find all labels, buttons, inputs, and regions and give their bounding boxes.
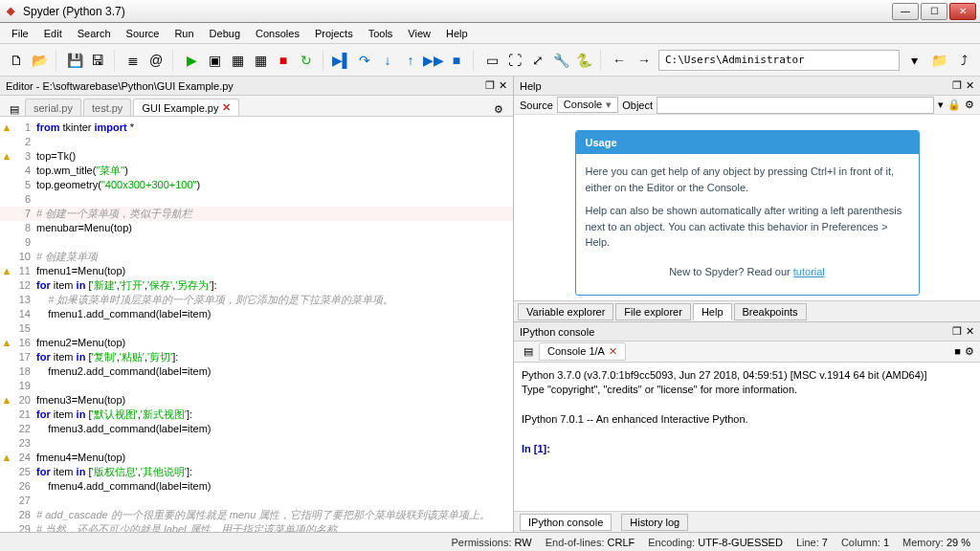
debug-play-icon[interactable]: ▶▌: [331, 50, 352, 71]
console-prompt[interactable]: In [1]:: [522, 442, 972, 456]
run-cell-advance-icon[interactable]: ▦: [250, 50, 271, 71]
step-in-icon[interactable]: ↓: [377, 50, 398, 71]
forward-icon[interactable]: →: [634, 50, 655, 71]
code-line[interactable]: 15: [0, 321, 513, 336]
close-pane-icon[interactable]: ✕: [966, 79, 974, 92]
code-line[interactable]: 7# 创建一个菜单项，类似于导航栏: [0, 207, 513, 221]
code-line[interactable]: ▲16fmenu2=Menu(top): [0, 336, 513, 350]
menu-edit[interactable]: Edit: [36, 25, 70, 42]
save-icon[interactable]: 💾: [64, 50, 85, 71]
undock-icon[interactable]: ❐: [952, 79, 962, 92]
code-line[interactable]: ▲20fmenu3=Menu(top): [0, 393, 513, 408]
menu-view[interactable]: View: [400, 25, 438, 42]
list-icon[interactable]: ≣: [122, 50, 144, 71]
stop-debug-icon[interactable]: ■: [446, 50, 467, 71]
menu-run[interactable]: Run: [167, 25, 201, 42]
file-tab[interactable]: test.py: [83, 99, 131, 116]
close-icon[interactable]: ✕: [609, 345, 617, 358]
run-icon[interactable]: ▶: [181, 50, 202, 71]
console-tab[interactable]: Console 1/A ✕: [539, 342, 626, 361]
code-line[interactable]: 9: [0, 235, 513, 250]
code-line[interactable]: 18 fmenu2.add_command(label=item): [0, 364, 513, 379]
parent-dir-icon[interactable]: ⤴: [953, 50, 974, 71]
code-line[interactable]: 13 # 如果该菜单时顶层菜单的一个菜单项，则它添加的是下拉菜单的菜单项。: [0, 293, 513, 307]
file-tab[interactable]: serial.py: [25, 99, 81, 116]
panel-tab-file-explorer[interactable]: File explorer: [615, 303, 691, 320]
code-line[interactable]: 23: [0, 436, 513, 451]
code-line[interactable]: 8menubar=Menu(top): [0, 221, 513, 235]
close-pane-icon[interactable]: ✕: [966, 325, 974, 338]
save-all-icon[interactable]: 🖫: [87, 50, 108, 71]
menu-source[interactable]: Source: [119, 25, 167, 42]
maximize-pane-icon[interactable]: ⛶: [504, 50, 525, 71]
close-pane-icon[interactable]: ✕: [499, 79, 507, 92]
console-foot-tab[interactable]: History log: [621, 514, 688, 531]
step-over-icon[interactable]: ↷: [354, 50, 375, 71]
panel-tab-variable-explorer[interactable]: Variable explorer: [518, 303, 613, 320]
object-input[interactable]: [657, 97, 934, 114]
code-line[interactable]: 2: [0, 135, 513, 149]
code-line[interactable]: 6: [0, 192, 513, 207]
file-tab[interactable]: GUI Example.py✕: [133, 99, 239, 116]
code-line[interactable]: 14 fmenu1.add_command(label=item): [0, 307, 513, 321]
code-line[interactable]: 29# 当然，还必不可少的就是 label 属性，用于指定该菜单项的名称: [0, 522, 513, 532]
menu-projects[interactable]: Projects: [307, 25, 361, 42]
restart-icon[interactable]: ↻: [296, 50, 317, 71]
window-layout-icon[interactable]: ▭: [481, 50, 502, 71]
tutorial-link[interactable]: tutorial: [793, 266, 825, 277]
panel-tab-breakpoints[interactable]: Breakpoints: [734, 303, 807, 320]
code-editor[interactable]: ▲1from tkinter import *2▲3top=Tk()4top.w…: [0, 117, 513, 532]
console-output[interactable]: Python 3.7.0 (v3.7.0:1bf9cc5093, Jun 27 …: [514, 363, 980, 511]
code-line[interactable]: ▲11fmenu1=Menu(top): [0, 264, 513, 278]
tabs-list-icon[interactable]: ▤: [6, 103, 23, 116]
step-out-icon[interactable]: ↑: [400, 50, 421, 71]
code-line[interactable]: 12for item in ['新建','打开','保存','另存为']:: [0, 278, 513, 293]
undock-icon[interactable]: ❐: [485, 79, 495, 92]
fullscreen-icon[interactable]: ⤢: [527, 50, 548, 71]
menu-file[interactable]: File: [4, 25, 36, 42]
console-options-icon[interactable]: ⚙: [965, 345, 974, 358]
console-list-icon[interactable]: ▤: [520, 342, 537, 361]
menu-consoles[interactable]: Consoles: [248, 25, 307, 42]
console-foot-tab[interactable]: IPython console: [520, 514, 612, 531]
code-line[interactable]: 22 fmenu3.add_command(label=item): [0, 422, 513, 436]
close-button[interactable]: ✕: [949, 3, 976, 20]
editor-options-icon[interactable]: ⚙: [490, 103, 507, 116]
code-line[interactable]: 21for item in ['默认视图','新式视图']:: [0, 408, 513, 422]
code-line[interactable]: 5top.geometry("400x300+300+100"): [0, 178, 513, 192]
back-icon[interactable]: ←: [609, 50, 630, 71]
at-icon[interactable]: @: [145, 50, 167, 71]
new-file-icon[interactable]: 🗋: [6, 50, 27, 71]
help-dropdown-icon[interactable]: ▾: [938, 99, 944, 111]
code-line[interactable]: 28# add_cascade 的一个很重要的属性就是 menu 属性，它指明了…: [0, 508, 513, 522]
panel-tab-help[interactable]: Help: [693, 303, 732, 320]
code-line[interactable]: 17for item in ['复制','粘贴','剪切']:: [0, 350, 513, 364]
run-cell-icon[interactable]: ▣: [204, 50, 225, 71]
preferences-icon[interactable]: 🔧: [550, 50, 571, 71]
open-file-icon[interactable]: 📂: [29, 50, 50, 71]
code-line[interactable]: 27: [0, 494, 513, 508]
lock-icon[interactable]: 🔒: [947, 99, 961, 111]
path-dropdown-icon[interactable]: ▾: [903, 50, 924, 71]
menu-help[interactable]: Help: [438, 25, 476, 42]
minimize-button[interactable]: —: [892, 3, 919, 20]
code-line[interactable]: 19: [0, 379, 513, 393]
working-dir-input[interactable]: [658, 50, 900, 71]
browse-icon[interactable]: 📁: [928, 50, 949, 71]
menu-debug[interactable]: Debug: [202, 25, 248, 42]
code-line[interactable]: 26 fmenu4.add_command(label=item): [0, 479, 513, 494]
close-icon[interactable]: ✕: [222, 101, 231, 114]
undock-icon[interactable]: ❐: [952, 325, 962, 338]
interrupt-icon[interactable]: ■: [954, 345, 961, 358]
code-line[interactable]: ▲24fmenu4=Menu(top): [0, 451, 513, 465]
python-path-icon[interactable]: 🐍: [573, 50, 594, 71]
stop-icon[interactable]: ■: [273, 50, 294, 71]
help-options-icon[interactable]: ⚙: [965, 99, 974, 111]
menu-search[interactable]: Search: [70, 25, 119, 42]
menu-tools[interactable]: Tools: [361, 25, 401, 42]
maximize-button[interactable]: ☐: [921, 3, 947, 20]
code-line[interactable]: ▲1from tkinter import *: [0, 121, 513, 135]
code-line[interactable]: 4top.wm_title("菜单"): [0, 164, 513, 178]
run-selected-icon[interactable]: ▦: [227, 50, 248, 71]
continue-icon[interactable]: ▶▶: [423, 50, 444, 71]
